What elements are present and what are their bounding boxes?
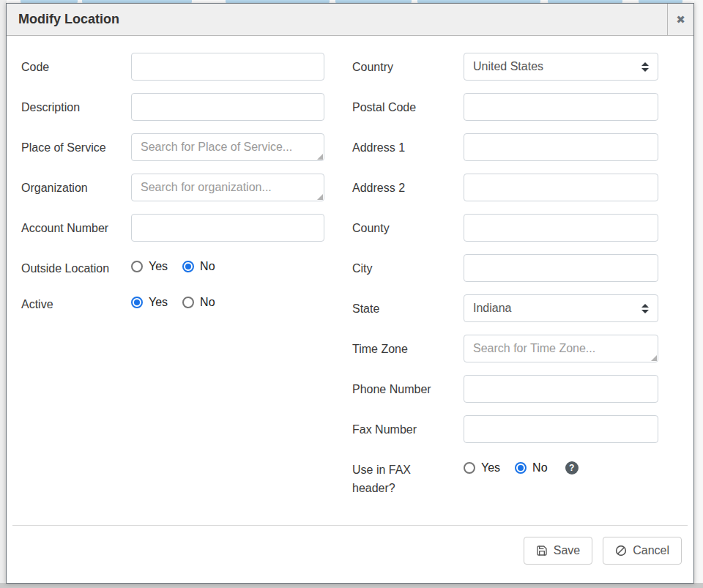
form-column-right: Country United States Postal Code Addres…	[352, 53, 658, 525]
county-input[interactable]	[464, 214, 658, 242]
outside-location-no-label: No	[200, 260, 215, 273]
place-of-service-search-input[interactable]	[131, 133, 324, 161]
use-in-fax-header-yes-option[interactable]: Yes	[464, 461, 500, 475]
save-button[interactable]: Save	[524, 537, 592, 565]
field-row-active: Active Yes No	[21, 290, 324, 313]
background-page-bottom-edge	[0, 583, 703, 588]
field-row-place-of-service: Place of Service	[21, 133, 324, 161]
city-label: City	[352, 254, 464, 282]
phone-number-input[interactable]	[464, 375, 658, 403]
modal-body: Code Description Place of Service	[7, 36, 693, 525]
modal-header: Modify Location ✖	[7, 4, 693, 36]
background-page-right-edge	[694, 0, 703, 588]
use-in-fax-header-yes-label: Yes	[481, 461, 500, 475]
field-row-phone-number: Phone Number	[352, 375, 658, 403]
outside-location-yes-label: Yes	[149, 260, 168, 273]
field-row-use-in-fax-header: Use in FAX header? Yes No ?	[352, 455, 658, 497]
code-label: Code	[21, 53, 131, 81]
field-row-city: City	[352, 254, 658, 282]
active-label: Active	[21, 290, 131, 313]
select-arrows-icon	[641, 62, 649, 72]
address1-label: Address 1	[352, 133, 464, 161]
field-row-fax-number: Fax Number	[352, 415, 658, 443]
field-row-organization: Organization	[21, 174, 324, 201]
field-row-address2: Address 2	[352, 174, 658, 201]
active-no-radio[interactable]	[182, 297, 194, 308]
county-label: County	[352, 214, 464, 242]
field-row-postal-code: Postal Code	[352, 93, 658, 121]
dropdown-grip-icon	[651, 355, 657, 361]
save-button-label: Save	[554, 544, 580, 557]
field-row-outside-location: Outside Location Yes No	[21, 254, 324, 278]
help-icon[interactable]: ?	[565, 461, 579, 475]
account-number-label: Account Number	[21, 214, 131, 242]
active-no-label: No	[200, 296, 215, 309]
fax-number-input[interactable]	[464, 415, 658, 443]
state-select[interactable]: Indiana	[464, 294, 658, 322]
field-row-description: Description	[21, 93, 324, 121]
field-row-time-zone: Time Zone	[352, 335, 658, 362]
outside-location-label: Outside Location	[21, 254, 131, 278]
time-zone-search-input[interactable]	[464, 335, 658, 362]
outside-location-no-option[interactable]: No	[182, 260, 215, 273]
ban-icon	[615, 545, 627, 557]
use-in-fax-header-label: Use in FAX header?	[352, 455, 464, 497]
active-yes-option[interactable]: Yes	[131, 296, 168, 309]
active-yes-radio[interactable]	[131, 297, 143, 308]
active-no-option[interactable]: No	[182, 296, 215, 309]
select-arrows-icon	[641, 304, 649, 313]
account-number-input[interactable]	[131, 214, 324, 242]
outside-location-yes-radio[interactable]	[131, 261, 143, 272]
use-in-fax-header-no-label: No	[532, 461, 547, 475]
state-selected-value: Indiana	[473, 302, 636, 315]
active-yes-label: Yes	[149, 296, 168, 309]
form-column-left: Code Description Place of Service	[21, 53, 324, 525]
active-radio-group: Yes No	[131, 290, 324, 309]
dropdown-grip-icon	[317, 154, 323, 160]
field-row-state: State Indiana	[352, 294, 658, 322]
dropdown-grip-icon	[317, 194, 323, 200]
field-row-account-number: Account Number	[21, 214, 324, 242]
modal-title: Modify Location	[7, 4, 667, 35]
use-in-fax-header-no-radio[interactable]	[515, 462, 527, 474]
address1-input[interactable]	[464, 133, 658, 161]
cancel-button[interactable]: Cancel	[603, 537, 682, 565]
outside-location-radio-group: Yes No	[131, 254, 324, 273]
field-row-address1: Address 1	[352, 133, 658, 161]
use-in-fax-header-yes-radio[interactable]	[464, 462, 475, 474]
postal-code-input[interactable]	[464, 93, 658, 121]
outside-location-no-radio[interactable]	[182, 261, 194, 272]
organization-search-input[interactable]	[131, 174, 324, 201]
state-label: State	[352, 294, 464, 322]
save-icon	[536, 545, 548, 557]
fax-number-label: Fax Number	[352, 415, 464, 443]
address2-label: Address 2	[352, 174, 464, 201]
field-row-country: Country United States	[352, 53, 658, 81]
outside-location-yes-option[interactable]: Yes	[131, 260, 168, 273]
organization-label: Organization	[21, 174, 131, 201]
code-input[interactable]	[131, 53, 324, 81]
use-in-fax-header-radio-group: Yes No ?	[464, 455, 658, 475]
modal-footer: Save Cancel	[12, 525, 688, 583]
place-of-service-label: Place of Service	[21, 133, 131, 161]
time-zone-label: Time Zone	[352, 335, 464, 362]
close-icon[interactable]: ✖	[667, 4, 693, 35]
address2-input[interactable]	[464, 174, 658, 201]
cancel-button-label: Cancel	[633, 544, 669, 557]
field-row-county: County	[352, 214, 658, 242]
modify-location-modal: Modify Location ✖ Code Description Place…	[6, 3, 694, 584]
country-select[interactable]: United States	[464, 53, 658, 81]
phone-number-label: Phone Number	[352, 375, 464, 403]
description-input[interactable]	[131, 93, 324, 121]
field-row-code: Code	[21, 53, 324, 81]
country-selected-value: United States	[473, 60, 636, 73]
city-input[interactable]	[464, 254, 658, 282]
postal-code-label: Postal Code	[352, 93, 464, 121]
use-in-fax-header-no-option[interactable]: No	[515, 461, 547, 475]
country-label: Country	[352, 53, 464, 81]
description-label: Description	[21, 93, 131, 121]
